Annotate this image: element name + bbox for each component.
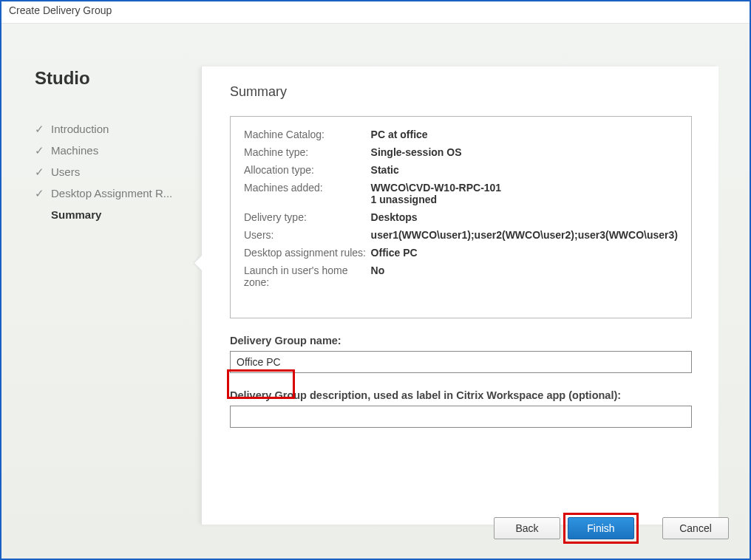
row-machines-added: Machines added: WWCO\CVD-W10-RPC-101 1 u… xyxy=(244,179,678,208)
check-icon: ✓ xyxy=(35,145,45,156)
nav-item-introduction[interactable]: ✓ Introduction xyxy=(35,118,197,140)
finish-button[interactable]: Finish xyxy=(568,517,634,539)
row-machine-type: Machine type: Single-session OS xyxy=(244,143,678,161)
check-icon: ✓ xyxy=(35,166,45,177)
nav-item-users[interactable]: ✓ Users xyxy=(35,161,197,182)
cell-value: Office PC xyxy=(371,244,678,262)
nav-label: Desktop Assignment R... xyxy=(51,187,172,199)
window-body: Studio ✓ Introduction ✓ Machines ✓ Users… xyxy=(1,24,750,559)
cell-value: No xyxy=(371,262,678,291)
cancel-button[interactable]: Cancel xyxy=(662,517,729,539)
nav-item-machines[interactable]: ✓ Machines xyxy=(35,140,197,161)
wizard-window: Create Delivery Group Studio ✓ Introduct… xyxy=(0,0,751,560)
cell-label: Machine Catalog: xyxy=(244,126,371,143)
name-field-label: Delivery Group name: xyxy=(230,335,692,346)
window-title: Create Delivery Group xyxy=(1,1,750,24)
check-icon: ✓ xyxy=(35,188,45,199)
row-users: Users: user1(WWCO\user1);user2(WWCO\user… xyxy=(244,226,678,244)
row-machine-catalog: Machine Catalog: PC at office xyxy=(244,126,678,143)
row-allocation-type: Allocation type: Static xyxy=(244,161,678,179)
back-button[interactable]: Back xyxy=(494,517,560,539)
panel-heading: Summary xyxy=(230,84,692,100)
nav-label: Machines xyxy=(51,144,98,157)
cell-label: Machine type: xyxy=(244,143,371,161)
cell-label: Users: xyxy=(244,226,371,244)
cell-label: Delivery type: xyxy=(244,208,371,226)
cell-value: PC at office xyxy=(371,126,678,143)
cell-value: WWCO\CVD-W10-RPC-101 1 unassigned xyxy=(371,179,678,208)
check-icon: ✓ xyxy=(35,123,45,134)
row-desktop-assignment-rules: Desktop assignment rules: Office PC xyxy=(244,244,678,262)
content-panel: Summary Machine Catalog: PC at office Ma… xyxy=(201,66,718,525)
row-launch-home-zone: Launch in user's home zone: No xyxy=(244,262,678,291)
cell-label: Desktop assignment rules: xyxy=(244,244,371,262)
delivery-group-description-input[interactable] xyxy=(230,406,692,428)
cell-value: user1(WWCO\user1);user2(WWCO\user2);user… xyxy=(371,226,678,244)
panel-pointer xyxy=(194,256,202,270)
cell-value: Static xyxy=(371,161,678,179)
wizard-button-row: Back Finish Cancel xyxy=(494,517,729,539)
nav-item-desktop-assignment[interactable]: ✓ Desktop Assignment R... xyxy=(35,182,197,204)
delivery-group-name-input[interactable] xyxy=(230,351,692,373)
cell-value: Desktops xyxy=(371,208,678,226)
cell-label: Allocation type: xyxy=(244,161,371,179)
nav-label: Summary xyxy=(51,208,101,221)
nav-label: Users xyxy=(51,165,80,178)
cell-value: Single-session OS xyxy=(371,143,678,161)
cell-label: Launch in user's home zone: xyxy=(244,262,371,291)
wizard-sidebar: Studio ✓ Introduction ✓ Machines ✓ Users… xyxy=(35,68,197,225)
summary-box: Machine Catalog: PC at office Machine ty… xyxy=(230,116,692,318)
nav-label: Introduction xyxy=(51,123,109,135)
description-field-label: Delivery Group description, used as labe… xyxy=(230,389,692,401)
nav-item-summary[interactable]: ✓ Summary xyxy=(35,204,197,225)
summary-table: Machine Catalog: PC at office Machine ty… xyxy=(244,126,678,291)
cell-label: Machines added: xyxy=(244,179,371,208)
product-title: Studio xyxy=(35,68,197,89)
row-delivery-type: Delivery type: Desktops xyxy=(244,208,678,226)
